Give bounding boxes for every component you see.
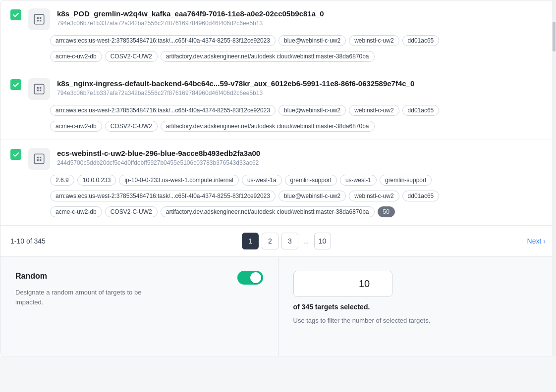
target-type-icon xyxy=(28,148,50,170)
tag[interactable]: artifactory.dev.adskengineer.net/autodes… xyxy=(161,206,375,217)
target-name: k8s_nginx-ingress-default-backend-64bc64… xyxy=(57,78,546,89)
targets-list: k8s_POD_gremlin-w2q4w_kafka_eaa764f9-701… xyxy=(0,0,556,356)
tag[interactable]: 10.0.0.233 xyxy=(77,175,116,186)
tag[interactable]: webinstl-c-uw2 xyxy=(349,105,399,116)
random-section: Random Designate a random amount of targ… xyxy=(0,257,278,356)
tag[interactable]: webinstl-c-uw2 xyxy=(349,35,399,46)
random-description: Designate a random amount of targets to … xyxy=(15,288,144,307)
item-checkbox[interactable] xyxy=(10,9,21,20)
next-button[interactable]: Next › xyxy=(527,237,546,245)
tag[interactable]: dd01ac65 xyxy=(402,35,440,46)
tags-row-2: acme-c-uw2-db COSV2-C-UW2 artifactory.de… xyxy=(10,51,546,62)
percent-input[interactable] xyxy=(294,271,392,296)
item-checkbox[interactable] xyxy=(10,79,21,90)
tag[interactable]: artifactory.dev.adskengineer.net/autodes… xyxy=(161,51,375,62)
item-checkbox[interactable] xyxy=(10,149,21,160)
tag[interactable]: 2.6.9 xyxy=(50,175,74,186)
target-item: k8s_nginx-ingress-default-backend-64bc64… xyxy=(0,70,556,140)
random-label: Random xyxy=(15,272,47,281)
target-item: ecs-webinstl-c-uw2-blue-296-blue-9acce8b… xyxy=(0,140,556,226)
target-type-icon xyxy=(28,8,50,30)
tags-row-3: acme-c-uw2-db COSV2-C-UW2 artifactory.de… xyxy=(10,206,546,217)
scrollbar-thumb[interactable] xyxy=(553,22,556,51)
tag[interactable]: gremlin-support xyxy=(380,175,432,186)
tag[interactable]: blue@webinstl-c-uw2 xyxy=(278,105,346,116)
target-item: k8s_POD_gremlin-w2q4w_kafka_eaa764f9-701… xyxy=(0,0,556,70)
tag[interactable]: COSV2-C-UW2 xyxy=(105,51,158,62)
tag[interactable]: dd01ac65 xyxy=(402,105,440,116)
tags-row-2: acme-c-uw2-db COSV2-C-UW2 artifactory.de… xyxy=(10,121,546,132)
tag[interactable]: us-west-1 xyxy=(340,175,377,186)
targets-hint: Use tags to filter the number of selecte… xyxy=(293,317,541,324)
target-uuid: 794e3c06b7e1b337afa72a342ba2556c27f87616… xyxy=(57,20,546,27)
tag[interactable]: blue@webinstl-c-uw2 xyxy=(278,35,346,46)
targets-selected-label: of 345 targets selected. xyxy=(293,303,541,311)
chevron-right-icon: › xyxy=(543,237,546,245)
svg-rect-1 xyxy=(34,84,44,94)
targets-config-section: % of 345 targets selected. Use tags to f… xyxy=(278,257,556,356)
page-btn-10[interactable]: 10 xyxy=(314,233,331,249)
tag[interactable]: COSV2-C-UW2 xyxy=(105,206,158,217)
overflow-badge[interactable]: 50 xyxy=(378,206,395,217)
target-item-header: k8s_POD_gremlin-w2q4w_kafka_eaa764f9-701… xyxy=(10,8,546,30)
tags-row: arn:aws:ecs:us-west-2:378535484716:task/… xyxy=(10,35,546,46)
pagination-row: 1-10 of 345 1 2 3 ... 10 Next › xyxy=(0,226,556,257)
tag[interactable]: arn:aws:ecs:us-west-2:378535484716:task/… xyxy=(50,105,276,116)
target-info: k8s_nginx-ingress-default-backend-64bc64… xyxy=(57,78,546,97)
target-uuid: 794e3c06b7e1b337afa72a342ba2556c27f87616… xyxy=(57,90,546,97)
target-item-header: ecs-webinstl-c-uw2-blue-296-blue-9acce8b… xyxy=(10,148,546,170)
target-info: ecs-webinstl-c-uw2-blue-296-blue-9acce8b… xyxy=(57,148,546,166)
percent-input-group: % xyxy=(293,271,392,297)
target-uuid: 244d5700c5ddb20dcf5e4d0ffdebff5927b0455e… xyxy=(57,159,546,166)
target-name: k8s_POD_gremlin-w2q4w_kafka_eaa764f9-701… xyxy=(57,8,546,19)
tag[interactable]: ip-10-0-0-233.us-west-1.compute.internal xyxy=(119,175,238,186)
tags-row: 2.6.9 10.0.0.233 ip-10-0-0-233.us-west-1… xyxy=(10,175,546,186)
tag[interactable]: dd01ac65 xyxy=(402,191,440,201)
main-container: k8s_POD_gremlin-w2q4w_kafka_eaa764f9-701… xyxy=(0,0,556,356)
page-btn-2[interactable]: 2 xyxy=(262,233,278,249)
tag[interactable]: webinstl-c-uw2 xyxy=(349,191,399,201)
scrollbar[interactable] xyxy=(552,0,556,356)
page-btn-1[interactable]: 1 xyxy=(242,233,259,249)
random-header: Random xyxy=(15,271,263,285)
pagination-count: 1-10 of 345 xyxy=(10,237,46,245)
pagination-controls: 1 2 3 ... 10 xyxy=(242,233,331,249)
tags-row-2: arn:aws:ecs:us-west-2:378535484716:task/… xyxy=(10,191,546,201)
target-name: ecs-webinstl-c-uw2-blue-296-blue-9acce8b… xyxy=(57,148,546,158)
tags-row: arn:aws:ecs:us-west-2:378535484716:task/… xyxy=(10,105,546,116)
svg-rect-0 xyxy=(34,14,44,24)
page-btn-3[interactable]: 3 xyxy=(281,233,298,249)
tag[interactable]: acme-c-uw2-db xyxy=(50,51,102,62)
target-type-icon xyxy=(28,78,50,100)
target-info: k8s_POD_gremlin-w2q4w_kafka_eaa764f9-701… xyxy=(57,8,546,27)
random-toggle[interactable] xyxy=(237,271,263,285)
page-dots: ... xyxy=(301,237,311,245)
tag[interactable]: acme-c-uw2-db xyxy=(50,121,102,132)
target-item-header: k8s_nginx-ingress-default-backend-64bc64… xyxy=(10,78,546,100)
tag[interactable]: acme-c-uw2-db xyxy=(50,206,102,217)
tag[interactable]: artifactory.dev.adskengineer.net/autodes… xyxy=(161,121,375,132)
tag[interactable]: COSV2-C-UW2 xyxy=(105,121,158,132)
tag[interactable]: us-west-1a xyxy=(242,175,282,186)
toggle-thumb xyxy=(250,272,261,283)
bottom-section: Random Designate a random amount of targ… xyxy=(0,257,556,356)
tag[interactable]: arn:aws:ecs:us-west-2:378535484716:task/… xyxy=(50,191,276,201)
tag[interactable]: arn:aws:ecs:us-west-2:378535484716:task/… xyxy=(50,35,276,46)
tag[interactable]: gremlin-support xyxy=(285,175,337,186)
svg-rect-2 xyxy=(34,154,44,164)
tag[interactable]: blue@webinstl-c-uw2 xyxy=(278,191,346,201)
